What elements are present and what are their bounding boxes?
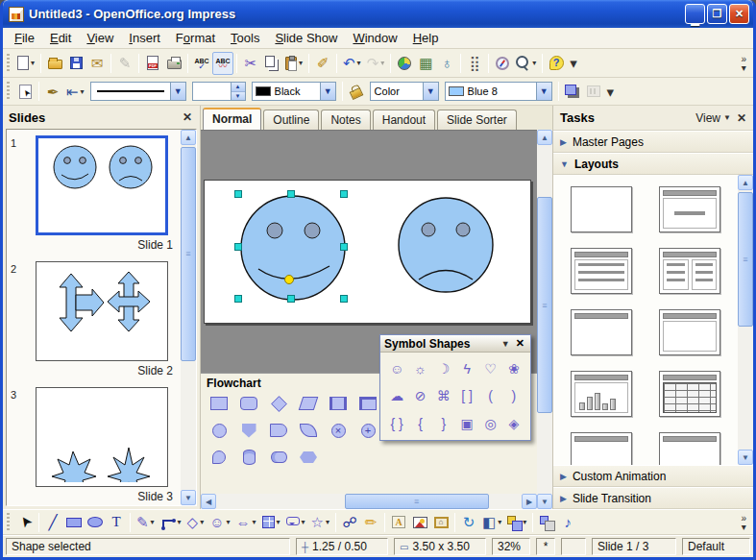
section-custom-animation[interactable]: ▶ Custom Animation (553, 465, 753, 487)
edit-file[interactable]: ✎ (114, 52, 135, 75)
zoom[interactable]: ▾ (513, 52, 539, 75)
flowchart-decision[interactable] (268, 394, 289, 413)
flowchart-data[interactable] (298, 394, 319, 413)
page-style[interactable]: Default (682, 538, 750, 555)
symbol-double-brace[interactable]: { } (391, 415, 403, 432)
line-width-value[interactable] (193, 83, 231, 100)
spellcheck[interactable]: ABC✓ (191, 52, 212, 75)
line[interactable]: ╱ (42, 511, 63, 534)
object-size[interactable]: ▭3.50 x 3.50 (394, 538, 486, 555)
print[interactable] (163, 52, 184, 75)
scroll-down-icon[interactable]: ▼ (738, 450, 753, 465)
slides-panel-close-icon[interactable]: ✕ (181, 110, 194, 124)
slide-thumbnail-3[interactable]: 3Slide 3 (11, 387, 179, 503)
scroll-down-icon[interactable]: ▼ (181, 490, 196, 505)
alignment-dropdown-icon[interactable]: ▾ (498, 518, 501, 526)
symbol-left-brace[interactable]: { (418, 415, 423, 432)
flowchart-off-page-connector[interactable] (238, 421, 259, 440)
layout-title-chart[interactable] (571, 371, 632, 417)
scroll-up-icon[interactable]: ▲ (537, 130, 552, 145)
spin-up[interactable]: ▲ (232, 83, 245, 92)
tab-outline[interactable]: Outline (263, 110, 319, 130)
selection-handle-e[interactable] (340, 243, 348, 251)
fill-color-dropdown[interactable]: ▼ (536, 83, 551, 100)
slide-thumb-image[interactable] (36, 135, 168, 235)
section-master-pages[interactable]: ▶ Master Pages (553, 131, 753, 153)
symbol-shapes-close-icon[interactable]: ✕ (514, 337, 526, 350)
line-color-dropdown[interactable]: ▼ (320, 83, 335, 100)
shadow[interactable] (562, 80, 583, 103)
undo[interactable]: ↶▾ (340, 52, 364, 75)
symbol-left-bracket[interactable]: ( (488, 387, 493, 404)
arrange[interactable]: ▾ (504, 511, 529, 534)
rotate[interactable]: ↻ (458, 511, 479, 534)
spin-down[interactable]: ▼ (232, 92, 245, 101)
toolbar-overflow[interactable]: »▾ (738, 55, 749, 72)
image-filter[interactable] (583, 80, 604, 103)
insert-hyperlink[interactable]: ♁ (436, 52, 457, 75)
slide-thumb-image[interactable] (36, 261, 168, 361)
canvas-vscrollbar[interactable]: ▲ ▼ (537, 130, 552, 509)
layout-title-content[interactable] (571, 248, 632, 294)
undo-dropdown-icon[interactable]: ▾ (357, 59, 361, 67)
slide-canvas[interactable]: Flowchart Symbol Shapes ▼ ✕ ☺☼☽ϟ♡❀☁⊘⌘[ ]… (201, 130, 537, 494)
arrow-style[interactable]: ⇤▾ (63, 80, 87, 103)
symbol-prohibited[interactable]: ⊘ (415, 387, 427, 404)
glue-points[interactable]: ✏ (360, 511, 381, 534)
layout-title-slide[interactable] (659, 186, 720, 232)
scrollbar-thumb[interactable] (345, 494, 489, 509)
symbol-smiley-face[interactable]: ☺ (390, 360, 403, 377)
layouts-scrollbar[interactable]: ▲ ▼ (738, 175, 753, 465)
symbol-moon[interactable]: ☽ (438, 360, 451, 377)
flowchart-summing-junction[interactable] (357, 421, 378, 440)
scroll-up-icon[interactable]: ▲ (738, 175, 753, 190)
line-width-spinner[interactable]: ▲▼ (192, 82, 246, 101)
gallery[interactable] (430, 511, 451, 534)
symbol-puzzle[interactable]: ⌘ (437, 387, 451, 404)
area-style-button[interactable] (346, 80, 367, 103)
tab-notes[interactable]: Notes (321, 110, 370, 130)
symbol-heart[interactable]: ♡ (484, 360, 497, 377)
curve-dropdown-icon[interactable]: ▾ (151, 518, 155, 526)
cursor-position[interactable]: ┼1.25 / 0.50 (296, 538, 388, 555)
symbol-octagon-bevel[interactable]: ◎ (484, 415, 496, 432)
callouts-dropdown-icon[interactable]: ▾ (302, 518, 305, 526)
canvas-hscrollbar[interactable]: ◀ ▶ (201, 494, 537, 509)
selection-handle-ne[interactable] (340, 190, 348, 198)
fill-type-select[interactable]: Color ▼ (370, 82, 439, 101)
scroll-down-icon[interactable]: ▼ (537, 494, 552, 509)
new-document[interactable]: ▾ (14, 52, 37, 75)
basic-shapes[interactable]: ◇▾ (184, 511, 207, 534)
slide-thumbnail-2[interactable]: 2Slide 2 (11, 261, 179, 377)
layout-blank[interactable] (571, 186, 632, 232)
symbol-diamond-bevel[interactable]: ◈ (508, 415, 519, 432)
curve[interactable]: ✎▾ (134, 511, 158, 534)
symbol-flower[interactable]: ❀ (508, 360, 520, 377)
symbol-shapes-window[interactable]: Symbol Shapes ▼ ✕ ☺☼☽ϟ♡❀☁⊘⌘[ ](){ }{}▣◎◈ (379, 334, 531, 441)
open[interactable] (44, 52, 65, 75)
save[interactable] (65, 52, 86, 75)
layout-title-frame[interactable] (659, 309, 720, 355)
copy[interactable] (261, 52, 282, 75)
flowchart-delay[interactable] (268, 421, 289, 440)
scroll-right-icon[interactable]: ▶ (522, 494, 537, 509)
layout-cut-row-left[interactable] (571, 432, 632, 465)
select[interactable]: ➤ (14, 511, 36, 534)
flowchart-process[interactable] (208, 394, 230, 413)
menu-tools[interactable]: Tools (223, 29, 267, 47)
cut[interactable]: ✂ (240, 52, 261, 75)
paste[interactable]: ▾ (282, 52, 305, 75)
tab-handout[interactable]: Handout (373, 110, 435, 130)
rectangle[interactable] (63, 511, 85, 534)
symbol-sun[interactable]: ☼ (414, 360, 427, 377)
flowchart-predefined-process[interactable] (328, 394, 349, 413)
text[interactable]: T (106, 511, 127, 534)
scroll-up-icon[interactable]: ▲ (181, 130, 196, 145)
layout-title-two-content[interactable] (659, 248, 720, 294)
redo[interactable]: ↷▾ (364, 52, 388, 75)
selection-handle-nw[interactable] (234, 190, 242, 198)
layout-title-only[interactable] (571, 309, 632, 355)
connector[interactable]: ▾ (158, 511, 184, 534)
section-slide-transition[interactable]: ▶ Slide Transition (553, 487, 753, 509)
tasks-panel-close-icon[interactable]: ✕ (737, 111, 746, 125)
